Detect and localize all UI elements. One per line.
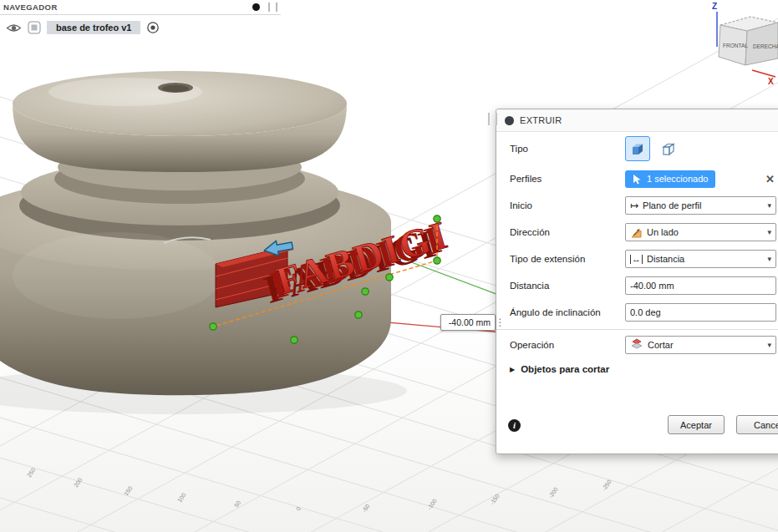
chevron-down-icon: ▾: [767, 341, 771, 349]
info-icon[interactable]: i: [508, 419, 521, 432]
row-inicio: Inicio ↦ Plano de perfil ▾: [496, 192, 778, 219]
angulo-label: Ángulo de inclinación: [510, 307, 625, 317]
drag-handle-icon[interactable]: ⋮: [496, 314, 505, 331]
component-icon: [28, 21, 41, 34]
direccion-label: Dirección: [510, 227, 625, 237]
profiles-selected-text: 1 seleccionado: [647, 174, 708, 184]
extrude-solid-icon: [628, 139, 647, 158]
tipo-label: Tipo: [510, 144, 625, 154]
dimension-value-text: -40.00 mm: [449, 317, 491, 327]
start-plane-icon: ↦: [630, 200, 638, 210]
extension-dropdown[interactable]: ↔ Distancia ▾: [625, 250, 776, 268]
browser-tree-item[interactable]: base de trofeo v1: [0, 21, 281, 34]
row-perfiles: Perfiles 1 seleccionado ✕: [496, 165, 778, 192]
svg-text:DERECHA: DERECHA: [753, 43, 778, 49]
chevron-down-icon: ▾: [767, 228, 771, 236]
distance-extent-icon: ↔: [630, 255, 643, 264]
extrude-thin-icon: [659, 139, 678, 158]
svg-text:-150: -150: [489, 493, 501, 506]
extension-value: Distancia: [647, 254, 684, 264]
svg-text:150: 150: [123, 485, 133, 497]
svg-text:100: 100: [176, 492, 186, 504]
svg-text:Z: Z: [712, 2, 717, 11]
cancel-button[interactable]: Cancelar: [736, 415, 778, 434]
dialog-title: EXTRUIR: [520, 115, 562, 125]
row-distancia: Distancia: [496, 272, 778, 299]
svg-text:X: X: [768, 77, 774, 86]
extrude-dialog: EXTRUIR Tipo Perfiles: [496, 109, 778, 454]
chevron-down-icon: ▾: [767, 201, 771, 210]
extension-label: Tipo de extensión: [510, 254, 625, 264]
chevron-down-icon: ▾: [767, 255, 771, 263]
svg-text:-200: -200: [547, 486, 559, 499]
navigator-title: NAVEGADOR: [3, 3, 58, 12]
inicio-label: Inicio: [510, 200, 625, 210]
dimension-value-popup[interactable]: -40.00 mm ⋮: [440, 314, 505, 331]
dimension-value-input[interactable]: -40.00 mm: [440, 314, 496, 331]
objetos-expander[interactable]: ▶ Objetos para cortar: [496, 359, 778, 377]
operacion-value: Cortar: [648, 340, 674, 350]
inicio-dropdown[interactable]: ↦ Plano de perfil ▾: [625, 196, 776, 215]
dialog-footer: i Aceptar Cancelar: [496, 414, 778, 436]
dialog-feature-icon: [505, 116, 514, 125]
row-operacion: Operación Cortar ▾: [496, 329, 778, 359]
visibility-eye-icon[interactable]: [6, 23, 22, 33]
distancia-label: Distancia: [510, 281, 625, 291]
direccion-value: Un lado: [647, 227, 679, 237]
panel-grip-icon[interactable]: [268, 3, 277, 12]
grid-tick-labels: 250 200 150 100 50 0 -50 -100 -150 -200 …: [26, 467, 613, 514]
accept-button[interactable]: Aceptar: [668, 415, 725, 434]
dialog-grip-icon[interactable]: [488, 113, 497, 125]
svg-text:-100: -100: [426, 498, 438, 511]
svg-text:FRONTAL: FRONTAL: [723, 43, 748, 48]
direccion-dropdown[interactable]: Un lado ▾: [625, 223, 776, 241]
cursor-icon: [633, 174, 642, 185]
navigator-panel: NAVEGADOR base de trofeo v1: [0, 0, 281, 34]
document-name-chip[interactable]: base de trofeo v1: [47, 21, 140, 34]
row-angulo: Ángulo de inclinación: [496, 299, 778, 326]
distancia-input[interactable]: [625, 276, 776, 295]
one-side-direction-icon: [630, 226, 643, 239]
x-axis: [752, 70, 775, 77]
activate-radio-icon[interactable]: [146, 21, 160, 34]
objetos-label: Objetos para cortar: [521, 364, 609, 374]
expander-triangle-icon: ▶: [510, 366, 515, 373]
inicio-value: Plano de perfil: [643, 200, 701, 210]
svg-text:0: 0: [295, 505, 302, 511]
panel-collapse-icon[interactable]: [252, 3, 260, 11]
row-extension: Tipo de extensión ↔ Distancia ▾: [496, 246, 778, 272]
operacion-label: Operación: [510, 340, 625, 350]
navigator-header[interactable]: NAVEGADOR: [0, 0, 281, 15]
trophy-base-model[interactable]: [0, 71, 391, 395]
svg-text:-50: -50: [361, 503, 371, 513]
extrude-solid-button[interactable]: [625, 136, 650, 161]
cut-operation-icon: [630, 338, 643, 351]
row-direccion: Dirección Un lado ▾: [496, 219, 778, 246]
operacion-dropdown[interactable]: Cortar ▾: [625, 336, 776, 354]
perfiles-label: Perfiles: [510, 174, 625, 184]
clear-selection-icon[interactable]: ✕: [764, 173, 776, 185]
profiles-selected-button[interactable]: 1 seleccionado: [625, 170, 715, 188]
dialog-titlebar[interactable]: EXTRUIR: [496, 109, 778, 132]
row-tipo: Tipo: [496, 132, 778, 165]
angulo-input[interactable]: [625, 303, 776, 322]
extrude-thin-button[interactable]: [656, 136, 681, 161]
viewcube[interactable]: Z FRONTAL DERECHA X: [712, 2, 778, 86]
